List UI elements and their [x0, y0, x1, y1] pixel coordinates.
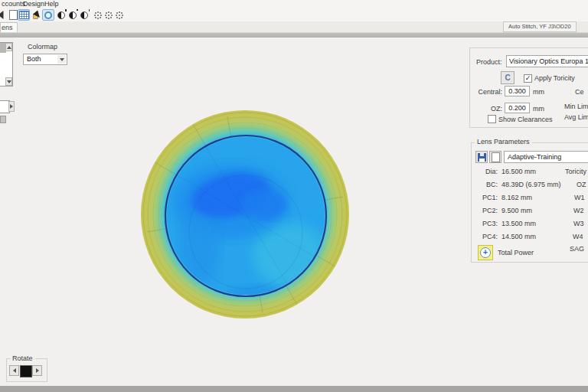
rotate-label: Rotate — [10, 354, 35, 362]
sag-cut-label: SAG — [570, 245, 584, 253]
bc-label: BC: — [471, 181, 498, 188]
plus-icon: + — [480, 247, 491, 258]
lens-colormap[interactable] — [140, 109, 350, 319]
clipped-listbox[interactable] — [0, 42, 13, 87]
pc1-value: 8.162 mm — [501, 194, 532, 201]
bc-value: 48.39D (6.975 mm) — [501, 181, 561, 188]
central-label: Central: — [472, 88, 502, 96]
arrow-right-icon — [36, 368, 39, 373]
cut-label-ce: Ce — [575, 88, 584, 96]
pc3-label: PC3: — [471, 220, 498, 227]
oz-input[interactable]: 0.200 — [505, 103, 530, 113]
tab-lens[interactable]: ens — [0, 22, 18, 33]
chevron-down-icon[interactable] — [57, 55, 66, 64]
brightness-icon-3[interactable] — [113, 9, 126, 21]
contrast-icon-2[interactable] — [67, 9, 79, 21]
pc4-value: 14.500 mm — [501, 233, 536, 240]
product-input[interactable]: Visionary Optics Europa 16 mm — [506, 55, 588, 67]
bottom-edge-band — [0, 386, 588, 392]
rotate-indicator-swatch[interactable] — [20, 365, 32, 377]
total-power-button[interactable]: + — [478, 245, 493, 260]
pc1-label: PC1: — [471, 194, 498, 201]
scroll-down-icon[interactable] — [5, 77, 12, 86]
pc2-label: PC2: — [471, 207, 498, 214]
apply-toricity-checkbox[interactable]: ✓ — [524, 74, 532, 83]
oz-cut-label: OZ — [577, 181, 586, 188]
central-input[interactable]: 0.300 — [505, 86, 530, 96]
cut-label-min-lim: Min Lim — [564, 103, 588, 110]
toricity-cut-label: Toricity — [565, 168, 586, 175]
pc3-value: 13.500 mm — [501, 220, 536, 227]
arrow-left-icon — [13, 368, 16, 373]
w4-cut-label: W4 — [573, 233, 583, 240]
w2-cut-label: W2 — [573, 207, 584, 214]
pc2-value: 9.500 mm — [501, 207, 532, 214]
spinner-right-icon[interactable] — [8, 101, 15, 112]
pc4-label: PC4: — [471, 233, 498, 240]
clipped-swatch — [0, 116, 6, 123]
total-power-label: Total Power — [498, 249, 534, 256]
contrast-icon-1[interactable] — [55, 9, 67, 21]
oz-unit: mm — [533, 105, 544, 113]
apply-toricity-label: Apply Toricity — [534, 74, 575, 82]
recalculate-button[interactable]: C — [501, 71, 514, 84]
colormap-select[interactable]: Both — [23, 54, 67, 65]
design-select[interactable]: Adaptive-Training — [504, 151, 588, 163]
w1-cut-label: W1 — [574, 194, 585, 201]
contrast-icon-3[interactable] — [78, 9, 90, 21]
clipped-icon[interactable] — [0, 9, 7, 21]
grid-icon[interactable] — [18, 9, 30, 21]
document-icon — [492, 152, 500, 162]
w3-cut-label: W3 — [573, 220, 584, 227]
show-clearances-checkbox[interactable] — [488, 115, 496, 123]
central-unit: mm — [533, 88, 544, 96]
recalculate-icon: C — [505, 74, 510, 82]
dia-label: Dia: — [471, 168, 498, 175]
show-clearances-label: Show Clearances — [498, 116, 553, 123]
menu-help[interactable]: Help — [43, 0, 60, 8]
colormap-value: Both — [27, 55, 41, 63]
new-design-button[interactable] — [489, 151, 501, 163]
dia-value: 16.500 mm — [501, 168, 536, 175]
app-window: ccounts Design Help ens Auto Stitch, YF … — [0, 0, 588, 392]
rotate-left-button[interactable] — [9, 365, 19, 376]
separator-band — [0, 32, 588, 38]
tab-strip: ens Auto Stitch, YF J3\OD20 — [0, 21, 588, 33]
design-select-value: Adaptive-Training — [508, 153, 561, 161]
circle-icon[interactable] — [42, 9, 54, 21]
scroll-up-icon[interactable] — [5, 43, 12, 51]
lens-parameters-title: Lens Parameters — [475, 138, 532, 145]
menu-bar: ccounts Design Help — [0, 0, 588, 8]
save-icon — [478, 153, 486, 162]
auto-stitch-status: Auto Stitch, YF J3\OD20 — [503, 21, 577, 32]
oz-label: OZ: — [472, 105, 502, 113]
save-design-button[interactable] — [475, 151, 488, 163]
cut-label-avg-lim: Avg Lim — [564, 113, 588, 121]
colormap-label: Colormap — [28, 43, 57, 51]
rotate-right-button[interactable] — [32, 365, 42, 376]
product-label: Product: — [476, 58, 502, 66]
toolbar — [0, 8, 588, 21]
